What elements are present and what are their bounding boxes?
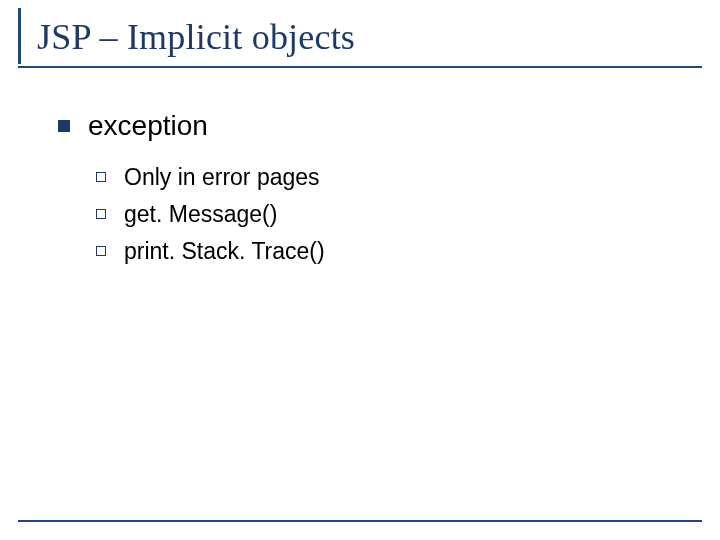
square-bullet-filled-icon [58,120,70,132]
bottom-divider [18,520,702,522]
level2-text: get. Message() [124,201,277,228]
list-item-level1: exception [58,110,702,142]
slide-container: JSP – Implicit objects exception Only in… [0,0,720,540]
list-item-level2: print. Stack. Trace() [96,238,702,265]
square-bullet-hollow-icon [96,246,106,256]
level2-text: Only in error pages [124,164,320,191]
level1-text: exception [88,110,208,142]
list-item-level2: Only in error pages [96,164,702,191]
level2-list: Only in error pages get. Message() print… [58,164,702,265]
square-bullet-hollow-icon [96,172,106,182]
level2-text: print. Stack. Trace() [124,238,325,265]
slide-title: JSP – Implicit objects [37,16,702,58]
content-area: exception Only in error pages get. Messa… [18,68,702,265]
square-bullet-hollow-icon [96,209,106,219]
list-item-level2: get. Message() [96,201,702,228]
title-wrapper: JSP – Implicit objects [18,8,702,64]
